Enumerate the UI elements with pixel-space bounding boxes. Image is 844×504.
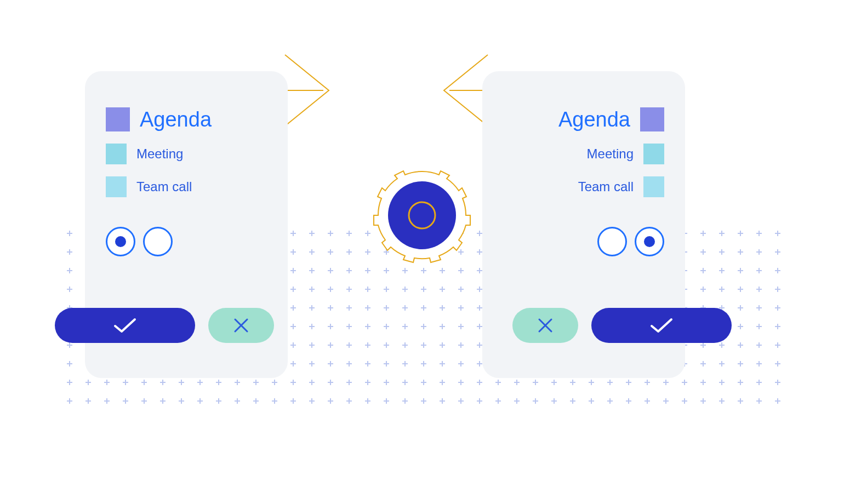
gear-icon: [373, 166, 471, 267]
agenda-swatch-icon: [106, 107, 130, 131]
list-item-label: Team call: [136, 179, 192, 194]
button-bar-ltr: [55, 308, 274, 343]
list-item-label: Meeting: [587, 146, 634, 162]
button-bar-rtl: [512, 308, 732, 343]
cancel-button[interactable]: [512, 308, 578, 343]
list-item-label: Team call: [578, 179, 634, 194]
item-swatch-icon: [106, 144, 127, 164]
radio-group: [106, 227, 267, 256]
close-icon: [233, 318, 249, 333]
item-swatch-icon: [643, 144, 664, 164]
radio-option-2[interactable]: [143, 227, 173, 256]
confirm-button[interactable]: [591, 308, 732, 343]
list-item-label: Meeting: [136, 146, 183, 162]
card-title: Agenda: [558, 108, 630, 131]
svg-point-1: [388, 181, 456, 249]
close-icon: [538, 318, 553, 333]
check-icon: [113, 317, 137, 334]
cancel-button[interactable]: [208, 308, 274, 343]
radio-group: [503, 227, 664, 256]
radio-option-1[interactable]: [106, 227, 135, 256]
item-swatch-icon: [643, 176, 664, 197]
confirm-button[interactable]: [55, 308, 195, 343]
agenda-swatch-icon: [640, 107, 664, 131]
item-swatch-icon: [106, 176, 127, 197]
card-title: Agenda: [140, 108, 212, 131]
check-icon: [649, 317, 674, 334]
radio-option-2[interactable]: [635, 227, 664, 256]
radio-option-1[interactable]: [597, 227, 627, 256]
